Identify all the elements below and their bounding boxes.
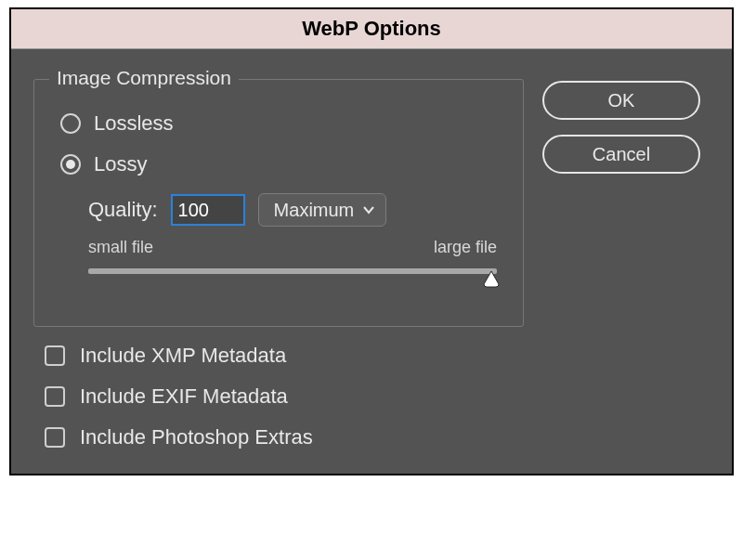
left-column: Image Compression Lossless Lossy Quality… bbox=[33, 68, 524, 457]
slider-track bbox=[88, 268, 497, 274]
checkbox-exif-row[interactable]: Include EXIF Metadata bbox=[45, 384, 524, 409]
quality-preset-dropdown[interactable]: Maximum bbox=[258, 193, 387, 227]
checkbox-exif-label: Include EXIF Metadata bbox=[80, 384, 288, 409]
right-column: OK Cancel bbox=[542, 68, 710, 457]
checkbox-xmp-row[interactable]: Include XMP Metadata bbox=[45, 344, 524, 368]
quality-label: Quality: bbox=[88, 198, 158, 222]
image-compression-group: Image Compression Lossless Lossy Quality… bbox=[33, 79, 524, 327]
checkbox-ps-extras-row[interactable]: Include Photoshop Extras bbox=[45, 425, 524, 449]
image-compression-legend: Image Compression bbox=[49, 67, 239, 89]
cancel-button[interactable]: Cancel bbox=[542, 135, 700, 174]
radio-lossy[interactable] bbox=[60, 154, 81, 175]
radio-lossless-row[interactable]: Lossless bbox=[60, 111, 504, 136]
dialog-content: Image Compression Lossless Lossy Quality… bbox=[11, 49, 732, 474]
checkbox-xmp[interactable] bbox=[45, 345, 65, 366]
slider-labels: small file large file bbox=[88, 238, 497, 257]
radio-lossy-label: Lossy bbox=[94, 152, 147, 176]
dialog-title: WebP Options bbox=[11, 9, 732, 49]
ok-button[interactable]: OK bbox=[542, 81, 700, 120]
large-file-label: large file bbox=[434, 238, 497, 257]
checkbox-exif[interactable] bbox=[45, 386, 65, 407]
radio-lossless-label: Lossless bbox=[94, 111, 174, 136]
webp-options-dialog: WebP Options Image Compression Lossless … bbox=[9, 7, 734, 475]
checkbox-ps-extras-label: Include Photoshop Extras bbox=[80, 425, 313, 449]
quality-row: Quality: Maximum bbox=[88, 193, 504, 227]
small-file-label: small file bbox=[88, 238, 153, 257]
radio-lossless[interactable] bbox=[60, 113, 81, 134]
quality-slider[interactable] bbox=[88, 265, 497, 293]
chevron-down-icon bbox=[363, 204, 374, 215]
quality-input[interactable] bbox=[171, 194, 245, 226]
checkbox-ps-extras[interactable] bbox=[45, 427, 65, 448]
slider-thumb[interactable] bbox=[482, 269, 501, 288]
checkbox-xmp-label: Include XMP Metadata bbox=[80, 344, 286, 368]
radio-lossy-row[interactable]: Lossy bbox=[60, 152, 504, 176]
quality-preset-selected: Maximum bbox=[274, 200, 355, 221]
